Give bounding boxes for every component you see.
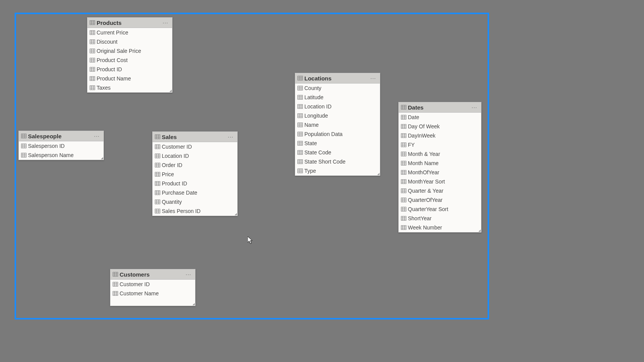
field-row[interactable]: Product ID [153, 179, 237, 188]
resize-handle[interactable] [235, 213, 237, 215]
field-row[interactable]: Name [295, 120, 380, 129]
field-row[interactable]: State Code [295, 148, 380, 157]
field-row[interactable]: Taxes [87, 83, 172, 92]
table-header-customers[interactable]: Customers··· [110, 269, 195, 280]
field-row[interactable]: ShortYear [399, 214, 481, 223]
table-icon [401, 115, 406, 120]
field-row[interactable]: MonthYear Sort [399, 177, 481, 186]
field-row[interactable]: Purchase Date [153, 188, 237, 197]
field-row[interactable]: Original Sale Price [87, 46, 172, 56]
svg-rect-145 [298, 160, 303, 164]
field-name: Type [303, 168, 316, 174]
field-list: Customer ID Location ID Order ID Price P… [153, 142, 237, 216]
field-row[interactable]: Date [399, 113, 481, 122]
field-row[interactable]: QuarterOfYear [399, 195, 481, 205]
table-icon [297, 141, 303, 146]
field-name: Taxes [95, 85, 111, 91]
field-row[interactable]: Quantity [153, 197, 237, 206]
svg-rect-185 [401, 161, 406, 165]
table-icon [90, 49, 95, 53]
field-row[interactable]: Customer Name [110, 289, 195, 298]
table-icon [155, 154, 160, 158]
field-row[interactable]: QuarterYear Sort [399, 205, 481, 214]
svg-rect-85 [155, 191, 160, 195]
field-row[interactable]: Product ID [87, 65, 172, 74]
table-customers[interactable]: Customers··· Customer ID Customer Name [110, 269, 196, 306]
table-icon [155, 209, 160, 213]
more-options-icon[interactable]: ··· [369, 75, 378, 81]
more-options-icon[interactable]: ··· [92, 133, 101, 139]
field-row[interactable]: Product Cost [87, 56, 172, 65]
table-icon [401, 198, 406, 202]
resize-handle[interactable] [478, 229, 481, 232]
field-row[interactable]: FY [399, 140, 481, 149]
field-row[interactable]: MonthOfYear [399, 168, 481, 177]
svg-rect-90 [155, 200, 160, 204]
table-header-sales[interactable]: Sales··· [153, 132, 237, 142]
field-row[interactable]: Sales Person ID [153, 206, 237, 216]
field-row[interactable]: Price [153, 170, 237, 179]
field-name: Week Number [406, 224, 442, 231]
field-row[interactable]: Location ID [295, 102, 380, 111]
resize-handle[interactable] [101, 157, 103, 159]
resize-handle[interactable] [377, 173, 380, 175]
table-icon [401, 188, 406, 193]
table-header-products[interactable]: Products··· [87, 18, 172, 28]
field-name: Day Of Week [406, 123, 440, 129]
table-sales[interactable]: Sales··· Customer ID Location ID Order I… [152, 131, 238, 216]
field-name: Customer ID [118, 281, 150, 287]
field-row[interactable]: Month & Year [399, 149, 481, 159]
more-options-icon[interactable]: ··· [184, 271, 193, 277]
more-options-icon[interactable]: ··· [470, 104, 479, 110]
field-name: Product Cost [95, 57, 128, 63]
field-name: Product Name [95, 75, 131, 82]
field-row[interactable]: Salesperson ID [19, 141, 104, 151]
field-name: Longitude [303, 113, 328, 119]
table-header-dates[interactable]: Dates··· [399, 102, 481, 113]
table-header-locations[interactable]: Locations··· [295, 73, 380, 84]
field-name: MonthOfYear [406, 169, 439, 175]
more-options-icon[interactable]: ··· [161, 20, 170, 26]
field-row[interactable]: Population Data [295, 129, 380, 139]
field-row[interactable]: Quarter & Year [399, 186, 481, 195]
field-row[interactable]: Longitude [295, 111, 380, 120]
field-row[interactable]: Type [295, 166, 380, 175]
field-row[interactable]: Discount [87, 37, 172, 46]
field-row[interactable]: Customer ID [110, 280, 195, 289]
model-canvas[interactable]: Products··· Current Price Discount Origi… [0, 0, 644, 362]
svg-rect-180 [401, 152, 406, 156]
field-row[interactable]: Latitude [295, 93, 380, 102]
field-row[interactable]: Product Name [87, 74, 172, 83]
table-products[interactable]: Products··· Current Price Discount Origi… [87, 17, 172, 93]
field-name: QuarterOfYear [406, 197, 443, 203]
field-name: County [303, 85, 321, 91]
field-name: Customer ID [160, 144, 192, 150]
table-icon [297, 150, 303, 155]
field-row[interactable]: Month Name [399, 159, 481, 168]
table-icon [90, 30, 95, 35]
field-row[interactable]: Day Of Week [399, 122, 481, 131]
field-name: Discount [95, 39, 117, 45]
field-row[interactable]: DayInWeek [399, 131, 481, 140]
table-locations[interactable]: Locations··· County Latitude Location ID… [295, 73, 380, 176]
table-salespeople[interactable]: Salespeople··· Salesperson ID Salesperso… [18, 131, 104, 160]
svg-rect-45 [21, 144, 26, 148]
resize-handle[interactable] [192, 303, 195, 305]
resize-handle[interactable] [169, 90, 172, 92]
field-name: Salesperson ID [26, 143, 65, 149]
table-dates[interactable]: Dates··· Date Day Of Week DayInWeek FY M… [398, 102, 481, 233]
field-row[interactable]: State [295, 139, 380, 148]
table-header-salespeople[interactable]: Salespeople··· [19, 131, 104, 141]
field-row[interactable]: State Short Code [295, 157, 380, 166]
field-row[interactable]: County [295, 84, 380, 93]
field-row[interactable]: Order ID [153, 161, 237, 170]
field-name: Sales Person ID [160, 208, 200, 214]
more-options-icon[interactable]: ··· [226, 134, 235, 140]
field-row[interactable]: Salesperson Name [19, 151, 104, 160]
field-row[interactable]: Customer ID [153, 142, 237, 151]
field-name: ShortYear [406, 215, 432, 221]
field-row[interactable]: Location ID [153, 151, 237, 161]
field-row[interactable]: Current Price [87, 28, 172, 37]
field-row[interactable]: Week Number [399, 223, 481, 232]
svg-rect-160 [401, 115, 406, 120]
